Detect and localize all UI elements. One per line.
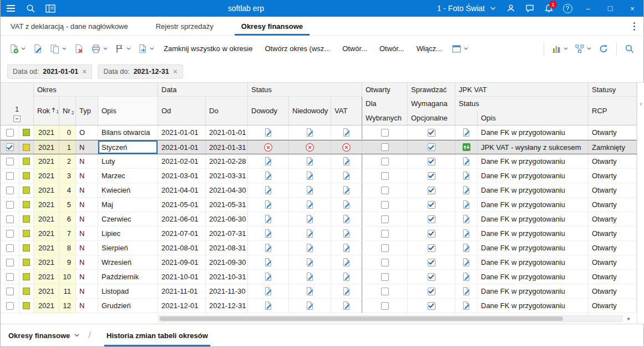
tab-rejestr-sprzedazy[interactable]: Rejestr sprzedaży [149,17,220,36]
copy-document-button[interactable] [47,40,69,58]
row-checkbox[interactable] [6,215,14,223]
otwarty-checkbox[interactable] [381,201,389,209]
select-all-icon[interactable] [13,115,21,122]
table-row[interactable]: 2021 0 O Bilans otwarcia 2021-01-01 2021… [1,125,637,140]
messages-button[interactable] [520,0,539,17]
cell-status-niedowody[interactable] [289,198,331,212]
row-checkbox[interactable] [6,129,14,137]
sprawdzac-checkbox[interactable] [428,244,435,252]
group-header-status[interactable]: Status [248,83,362,97]
sprawdzac-checkbox[interactable] [428,302,435,310]
cell-status-vat[interactable] [331,125,362,139]
cell-status-vat[interactable] [331,198,362,212]
cell-status-dowody[interactable] [248,227,289,240]
cell-status-vat[interactable] [331,241,362,255]
view-selector[interactable]: Okresy finansowe [8,324,79,346]
cell-status-vat[interactable] [331,270,362,284]
cell-opis[interactable]: Kwiecień [98,183,158,197]
layout-button[interactable] [449,40,471,58]
tab-historia-zmian[interactable]: Historia zmian tabeli okresów [104,324,210,346]
scroll-right-button[interactable]: ▸ [625,315,633,322]
sprawdzac-checkbox[interactable] [428,230,435,238]
help-button[interactable]: ? [558,0,577,17]
row-checkbox[interactable] [6,244,14,252]
document-actions-button[interactable] [135,40,157,58]
tab-okresy-finansowe[interactable]: Okresy finansowe [235,17,310,36]
cell-status-vat[interactable] [331,183,362,197]
table-row[interactable]: 2021 5 N Maj 2021-05-01 2021-05-31 [1,198,637,212]
cell-status-niedowody[interactable] [289,227,331,240]
row-checkbox[interactable] [6,230,14,238]
sprawdzac-checkbox[interactable] [428,201,435,209]
row-checkbox[interactable] [6,187,14,194]
col-header-otwarty-l3[interactable]: Wybranych [362,110,408,125]
col-header-dowody[interactable]: Dowody [248,97,289,125]
cell-status-niedowody[interactable] [289,241,331,255]
cell-status-vat[interactable] [331,227,362,240]
company-selector[interactable]: 1 - Foto Świat [432,4,501,13]
cell-status-dowody[interactable] [248,299,289,313]
cell-status-dowody[interactable] [248,198,289,212]
row-checkbox[interactable] [6,259,14,266]
edit-button[interactable] [29,40,46,58]
cell-opis[interactable]: Listopad [98,284,158,298]
scrollbar-track[interactable] [158,315,623,322]
cell-status-niedowody[interactable] [289,125,331,139]
table-row[interactable]: 2021 1 N Styczeń 2021-01-01 2021-01-31 [1,140,637,154]
col-header-rcp[interactable]: RCP [589,97,637,125]
cell-status-niedowody[interactable] [289,169,331,183]
table-row[interactable]: 2021 6 N Czerwiec 2021-06-01 2021-06-30 [1,212,637,227]
cell-status-dowody[interactable] [248,255,289,269]
open-button-2[interactable]: Otwór... [374,40,410,58]
cell-status-dowody[interactable] [248,125,289,139]
col-header-od[interactable]: Od [158,97,206,125]
sprawdzac-checkbox[interactable] [428,273,435,281]
maximize-button[interactable]: □ [599,0,621,17]
col-header-niedowody[interactable]: Niedowody [289,97,331,125]
otwarty-checkbox[interactable] [381,244,389,252]
col-header-opis[interactable]: Opis [98,97,158,125]
otwarty-checkbox[interactable] [381,187,389,194]
col-header-do[interactable]: Do [206,97,248,125]
cell-status-niedowody[interactable] [289,255,331,269]
col-header-jpk-status[interactable]: Status [455,97,589,110]
cell-status-vat[interactable] [331,140,362,154]
table-row[interactable]: 2021 7 N Lipiec 2021-07-01 2021-07-31 [1,227,637,241]
table-row[interactable]: 2021 10 N Październik 2021-10-01 2021-10… [1,270,637,284]
col-header-nr[interactable]: Nr 2 [59,97,76,125]
cell-status-niedowody[interactable] [289,154,331,168]
col-header-jpk-opis[interactable]: Opis [478,110,589,125]
enable-button[interactable]: Włącz... [411,40,448,58]
cell-opis[interactable]: Wrzesień [98,255,158,269]
cell-status-dowody[interactable] [248,154,289,168]
flag-button[interactable] [111,40,134,58]
sprawdzac-checkbox[interactable] [428,172,435,180]
panels-button[interactable] [40,0,60,17]
remove-filter-icon[interactable]: × [173,68,178,76]
otwarty-checkbox[interactable] [381,129,389,137]
notifications-button[interactable]: 1 [539,0,558,17]
chart-button[interactable] [549,40,571,58]
cell-status-dowody[interactable] [248,284,289,298]
cell-opis[interactable]: Sierpień [98,241,158,255]
sprawdzac-checkbox[interactable] [428,215,435,223]
otwarty-checkbox[interactable] [381,230,389,238]
row-checkbox[interactable] [6,302,14,310]
group-header-data[interactable]: Data [158,83,248,97]
cell-status-vat[interactable] [331,284,362,298]
otwarty-checkbox[interactable] [381,215,389,223]
overflow-menu-button[interactable] [625,17,643,36]
cell-opis[interactable]: Bilans otwarcia [98,125,158,139]
sprawdzac-checkbox[interactable] [428,288,435,295]
group-header-jpk-vat[interactable]: JPK VAT [455,83,589,97]
group-header-okres[interactable]: Okres [34,83,158,97]
otwarty-checkbox[interactable] [381,273,389,281]
col-header-sprawdzac[interactable]: Sprawdzać [408,83,455,97]
new-document-button[interactable] [6,40,28,58]
tab-vat-deklaracja[interactable]: VAT z deklaracją - dane nagłówkowe [4,17,135,36]
row-number-header[interactable]: 1 [1,83,34,125]
table-row[interactable]: 2021 12 N Grudzień 2021-12-01 2021-12-31 [1,299,637,313]
row-checkbox[interactable] [6,143,14,151]
cell-status-dowody[interactable] [248,169,289,183]
cell-status-niedowody[interactable] [289,183,331,197]
